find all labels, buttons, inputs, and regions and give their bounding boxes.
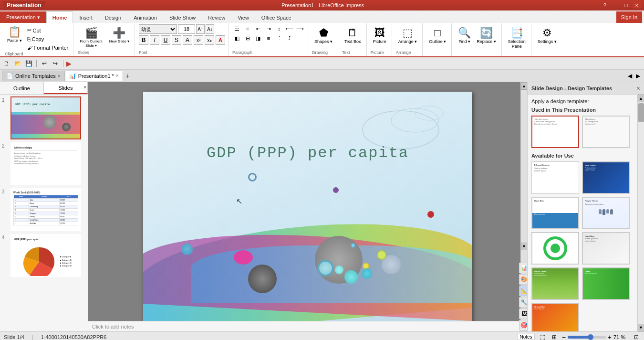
template-used-1[interactable]: Title slide layoutClean white background… bbox=[531, 116, 579, 148]
subscript-btn[interactable]: x₂ bbox=[205, 35, 214, 45]
template-avail-5[interactable] bbox=[531, 232, 579, 265]
text-box-btn[interactable]: 🗒 Text Box bbox=[342, 25, 364, 45]
find-btn[interactable]: 🔍 Find ▾ bbox=[456, 25, 473, 45]
shapes-btn[interactable]: ⬟ Shapes ▾ bbox=[312, 25, 335, 45]
replace-btn[interactable]: 🔄 Replace ▾ bbox=[474, 25, 499, 45]
view-slide-sorter-btn[interactable]: ⊞ bbox=[551, 334, 558, 340]
indent-inc-btn[interactable]: ⇥ bbox=[264, 24, 273, 33]
doc-tab-presentation1[interactable]: 📊 Presentation1 * × bbox=[65, 71, 123, 81]
template-avail-4[interactable]: People Theme Business presentation bbox=[582, 197, 630, 229]
side-icon-6[interactable]: 🎯 bbox=[519, 320, 528, 330]
new-slide-btn[interactable]: ➕ New Slide ▾ bbox=[107, 25, 132, 45]
template-used-2[interactable]: Blank layoutNo backgroundContent only bbox=[582, 116, 630, 148]
panel-tab-slides[interactable]: Slides bbox=[44, 82, 88, 94]
slide-thumb-4[interactable]: 4 GDP (PPP) per capita bbox=[2, 234, 86, 277]
list-unordered-btn[interactable]: ☰ bbox=[232, 24, 242, 33]
format-painter-btn[interactable]: 🖌 Format Painter bbox=[25, 44, 71, 52]
side-icon-2[interactable]: 🎨 bbox=[519, 274, 528, 285]
zoom-out-btn[interactable]: − bbox=[562, 333, 566, 340]
align-center-btn[interactable]: ⊟ bbox=[243, 34, 252, 42]
underline-btn[interactable]: U bbox=[161, 35, 170, 45]
template-avail-9[interactable]: Orange-Red Warm diagonal bbox=[531, 303, 579, 331]
font-increase-btn[interactable]: A↑ bbox=[196, 24, 205, 34]
tab-home[interactable]: Home bbox=[46, 11, 73, 23]
rpanel-scroll-thumb[interactable] bbox=[638, 103, 644, 122]
justify-btn[interactable]: ≡ bbox=[264, 34, 273, 42]
side-icon-4[interactable]: 🔧 bbox=[519, 297, 528, 308]
vscroll-track[interactable] bbox=[521, 90, 527, 243]
panel-close-btn[interactable]: × bbox=[83, 84, 87, 91]
tab-design[interactable]: Design bbox=[99, 11, 127, 23]
zoom-track[interactable] bbox=[568, 336, 606, 339]
align-left-btn[interactable]: ◧ bbox=[232, 34, 242, 42]
zoom-thumb[interactable] bbox=[588, 334, 593, 340]
notes-view-btn[interactable]: Notes bbox=[518, 334, 535, 340]
zoom-in-btn[interactable]: + bbox=[608, 333, 612, 340]
tab-close-pres[interactable]: × bbox=[116, 73, 119, 78]
template-avail-3[interactable]: Wave Blue Blue wave footer bbox=[531, 197, 579, 229]
side-icon-5[interactable]: 🖼 bbox=[519, 308, 528, 319]
template-avail-6[interactable]: Light Gray Subtle gradientclean design bbox=[582, 232, 630, 265]
tab-presentation[interactable]: Presentation ▾ bbox=[0, 11, 46, 23]
from-current-slide-btn[interactable]: 🎬 From CurrentSlide ▾ bbox=[77, 25, 105, 49]
slide-thumb-1[interactable]: 1 GDP (PPP) per capita bbox=[2, 96, 86, 139]
cut-btn[interactable]: ✂ Cut bbox=[25, 26, 71, 34]
col-btn[interactable]: ⋮ bbox=[274, 34, 284, 42]
tab-close-online[interactable]: × bbox=[58, 74, 61, 79]
picture-btn[interactable]: 🖼 Picture bbox=[371, 25, 389, 45]
zoom-slider[interactable]: − + 71 % bbox=[562, 333, 629, 340]
italic-btn[interactable]: I bbox=[150, 35, 159, 45]
vscroll-down-btn[interactable]: ▼ bbox=[521, 243, 528, 250]
list-ordered-btn[interactable]: ≡ bbox=[243, 24, 252, 33]
close-btn[interactable]: × bbox=[633, 2, 641, 8]
tab-view[interactable]: View bbox=[231, 11, 255, 23]
help-btn[interactable]: ? bbox=[601, 2, 609, 8]
rtl-btn[interactable]: ⟵ bbox=[285, 24, 294, 33]
vscroll-up-btn[interactable]: ▲ bbox=[521, 82, 528, 90]
maximize-btn[interactable]: □ bbox=[622, 2, 631, 8]
indent-dec-btn[interactable]: ⇤ bbox=[253, 24, 263, 33]
side-icon-3[interactable]: 📐 bbox=[519, 286, 528, 296]
line-spacing-btn[interactable]: ↕ bbox=[274, 24, 284, 33]
strikethrough-btn[interactable]: S bbox=[172, 35, 181, 45]
qa-undo-btn[interactable]: ↩ bbox=[40, 59, 49, 68]
tab-scroll-left-btn[interactable]: ◀ bbox=[626, 73, 634, 79]
tab-office-space[interactable]: Office Space bbox=[255, 11, 298, 23]
outline-btn[interactable]: □ Outline ▾ bbox=[426, 25, 448, 45]
panel-tab-outline[interactable]: Outline bbox=[0, 82, 44, 94]
new-tab-btn[interactable]: + bbox=[123, 71, 133, 81]
font-color-btn[interactable]: A bbox=[216, 35, 225, 45]
doc-tab-online-templates[interactable]: 📄 Online Templates × bbox=[2, 71, 65, 81]
paste-btn[interactable]: 📋 Paste ▾ bbox=[5, 24, 24, 44]
superscript-btn[interactable]: x² bbox=[194, 35, 203, 45]
tab-scroll-right-btn[interactable]: ▶ bbox=[634, 73, 642, 79]
template-avail-7[interactable]: Nature Green Natural gradientenvironment… bbox=[531, 267, 579, 300]
tab-slideshow[interactable]: Slide Show bbox=[163, 11, 202, 23]
view-normal-btn[interactable]: ⬚ bbox=[539, 334, 547, 340]
rpanel-scroll-up[interactable]: ▲ bbox=[638, 95, 644, 102]
bold-btn[interactable]: B bbox=[139, 35, 148, 45]
align-right-btn[interactable]: ◨ bbox=[253, 34, 263, 42]
font-size-input[interactable] bbox=[178, 24, 195, 34]
arrange-btn[interactable]: ⬚ Arrange ▾ bbox=[396, 25, 420, 45]
copy-btn[interactable]: ⎘ Copy bbox=[25, 35, 71, 43]
tab-insert[interactable]: Insert bbox=[73, 11, 99, 23]
qa-new-btn[interactable]: 🗋 bbox=[2, 59, 11, 68]
shadow-btn[interactable]: A bbox=[183, 35, 192, 45]
template-avail-2[interactable]: Blue Theme Professional bluegradient des… bbox=[582, 161, 630, 194]
qa-redo-btn[interactable]: ↪ bbox=[51, 59, 60, 68]
slide-canvas[interactable]: GDP (PPP) per capita bbox=[143, 92, 472, 322]
notes-bar[interactable]: Click to add notes bbox=[88, 321, 520, 331]
selection-pane-btn[interactable]: 📑 SelectionPane bbox=[506, 25, 528, 50]
font-decrease-btn[interactable]: A↓ bbox=[206, 24, 214, 34]
right-panel-close-btn[interactable]: × bbox=[636, 85, 640, 92]
slide-thumb-2[interactable]: 2 Methodology Lorem ipsum methodology te… bbox=[2, 142, 86, 185]
template-avail-8[interactable]: Green Horizontal gradient bbox=[582, 267, 630, 300]
tab-animation[interactable]: Animation bbox=[127, 11, 163, 23]
rpanel-scroll-down[interactable]: ▼ bbox=[638, 324, 644, 331]
settings-btn[interactable]: ⚙ Settings ▾ bbox=[535, 25, 559, 45]
qa-open-btn[interactable]: 📂 bbox=[13, 59, 22, 68]
minimize-btn[interactable]: – bbox=[611, 2, 620, 8]
fit-window-btn[interactable]: ⊡ bbox=[633, 334, 640, 340]
sign-in-btn[interactable]: Sign In bbox=[616, 11, 642, 23]
